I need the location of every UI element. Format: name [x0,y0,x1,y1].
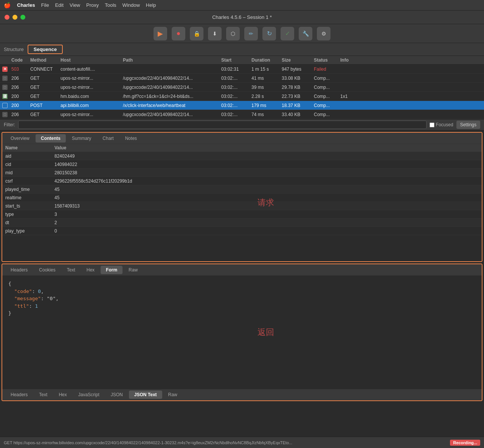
menu-view[interactable]: View [70,2,80,8]
tab-headers[interactable]: Headers [5,266,33,274]
contents-row: csrf 4296226f5558c524d276c11f20299b1d [2,177,482,185]
table-row[interactable]: ✕ 503 CONNECT content-autofill.... 03:02… [0,65,484,74]
table-row[interactable]: □ 206 GET upos-sz-mirror... /upgcxcode/2… [0,83,484,92]
row-start: 03:02:31 [221,67,251,72]
table-row[interactable]: 🖼 200 GET hm.baidu.com /hm.gif?cc=1&ck=1… [0,92,484,101]
row-size: 22.73 KB [282,94,314,99]
import-button[interactable]: ⬇ [208,27,222,40]
request-contents-panel: Name Value aid 82402449 cid 140984022 mi… [2,144,482,261]
row-path: /upgcxcode/22/40/140984022/14... [123,85,221,90]
contents-row: aid 82402449 [2,152,482,160]
tab-notes[interactable]: Notes [120,134,142,143]
focused-option: Focused [430,122,453,127]
row-method: CONNECT [30,67,60,72]
response-bottom-tab-bar: Headers Text Hex JavaScript JSON JSON Te… [2,389,482,400]
row-start: 03:02:... [221,85,251,90]
row-size: 33.08 KB [282,76,314,81]
row-code: 206 [11,85,30,90]
tab-chart[interactable]: Chart [97,134,119,143]
json-field-code: "code": 0, [8,288,476,295]
close-button[interactable] [5,15,9,20]
focused-label: Focused [436,122,453,127]
row-size: 29.78 KB [282,85,314,90]
table-header: Code Method Host Path Start Duration Siz… [0,56,484,65]
menu-window[interactable]: Window [123,2,140,8]
apple-menu[interactable]: 🍎 [4,2,11,9]
sequence-button[interactable]: Sequence [28,45,63,54]
row-duration: 39 ms [251,85,282,90]
tab-overview[interactable]: Overview [5,134,35,143]
contents-row: cid 140984022 [2,160,482,169]
row-status: Comp... [314,94,340,99]
tab-hex[interactable]: Hex [81,266,100,274]
row-path: /upgcxcode/22/40/140984022/14... [123,76,221,81]
focused-checkbox[interactable] [430,122,434,127]
app-menu[interactable]: Charles [17,2,35,8]
filter-settings-button[interactable]: Settings [456,121,480,129]
row-code: 206 [11,112,30,117]
json-close-brace: } [8,310,476,317]
row-info: 1x1 [340,94,363,99]
contents-row: type 3 [2,210,482,219]
col-header-info: Info [340,57,363,63]
row-path: /hm.gif?cc=1&ck=1&cl=24-bit&ds... [123,94,221,99]
response-watermark: 返回 [258,327,274,338]
menu-proxy[interactable]: Proxy [86,2,99,8]
tab-javascript[interactable]: JavaScript [73,391,105,399]
row-method: GET [30,85,60,90]
check-button[interactable]: ✓ [281,27,294,40]
start-button[interactable]: ▶ [154,27,167,40]
settings-button[interactable]: ⚙ [317,27,330,40]
tab-headers-bottom[interactable]: Headers [5,391,33,399]
request-panel: Overview Contents Summary Chart Notes Na… [2,132,482,262]
clear-button[interactable]: 🔒 [190,27,203,40]
row-status: Comp... [314,103,340,108]
view-toggle-bar: Structure Sequence [0,43,484,56]
tab-text[interactable]: Text [62,266,81,274]
row-size: 947 bytes [282,67,314,72]
tab-contents[interactable]: Contents [36,134,66,143]
menu-file[interactable]: File [41,2,49,8]
menu-tools[interactable]: Tools [105,2,116,8]
row-duration: 74 ms [251,112,282,117]
maximize-button[interactable] [20,15,25,20]
row-method: GET [30,94,60,99]
filter-input[interactable] [18,121,427,129]
pencil-button[interactable]: ✏ [244,27,258,40]
row-start: 03:02:... [221,112,251,117]
col-header-method: Method [30,57,60,63]
tab-hex-bottom[interactable]: Hex [53,391,72,399]
tab-cookies[interactable]: Cookies [34,266,60,274]
table-row[interactable]: □ 206 GET upos-sz-mirror... /upgcxcode/2… [0,110,484,119]
tab-text-bottom[interactable]: Text [34,391,53,399]
tools-button[interactable]: 🔧 [299,27,312,40]
record-button[interactable]: ● [172,27,185,40]
table-row-selected[interactable]: 200 POST api.bilibili.com /x/click-inter… [0,101,484,110]
tab-raw-bottom[interactable]: Raw [163,391,183,399]
col-header-path: Path [123,57,221,63]
contents-header: Name Value [2,144,482,152]
table-row[interactable]: □ 206 GET upos-sz-mirror... /upgcxcode/2… [0,74,484,83]
row-start: 03:02:... [221,94,251,99]
tab-json-text[interactable]: JSON Text [129,391,162,399]
tab-summary[interactable]: Summary [67,134,96,143]
row-host: hm.baidu.com [60,94,123,99]
menu-edit[interactable]: Edit [55,2,64,8]
recording-badge: Recording... [450,440,480,446]
tab-form[interactable]: Form [101,266,123,274]
minimize-button[interactable] [12,15,17,20]
row-icon-error: ✕ [2,67,8,72]
stop-button[interactable]: ⬡ [226,27,240,40]
row-duration: 41 ms [251,76,282,81]
filter-label: Filter: [4,122,15,127]
menu-help[interactable]: Help [146,2,156,8]
row-duration: 1 m 15 s [251,67,282,72]
row-icon-image: 🖼 [2,94,8,99]
row-host: upos-sz-mirror... [60,112,123,117]
tab-raw[interactable]: Raw [123,266,143,274]
row-icon-doc: □ [2,85,8,90]
refresh-button[interactable]: ↻ [262,27,276,40]
contents-row: dt 2 [2,219,482,227]
json-field-ttl: "ttl": 1 [8,302,476,310]
tab-json[interactable]: JSON [105,391,128,399]
